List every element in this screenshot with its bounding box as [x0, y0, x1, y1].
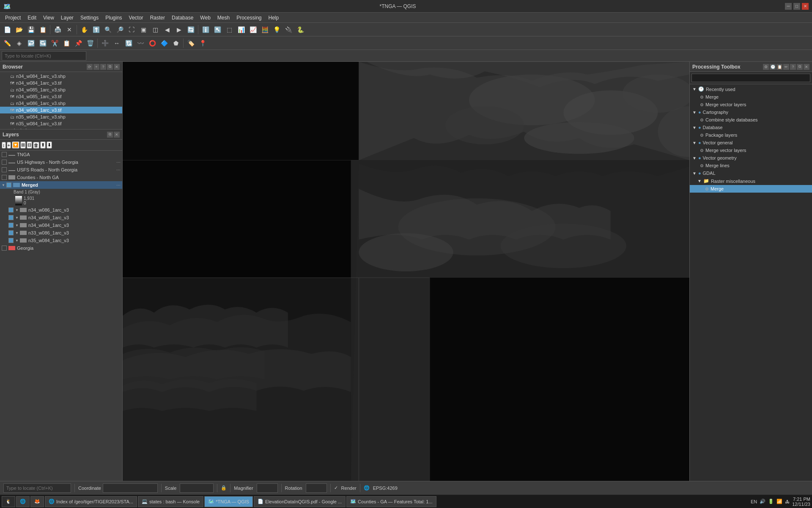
edit-node-btn[interactable]: ◈ [14, 38, 25, 49]
filter-layer-button[interactable]: 🔽 [12, 141, 19, 149]
browser-float-button[interactable]: ⧉ [107, 64, 113, 70]
taskbar-chrome-tiger[interactable]: 🌐 Index of /geo/tiger/TIGER2023/STA... [45, 496, 137, 507]
toolbox-help-button[interactable]: ? [790, 64, 796, 70]
pan-map-button[interactable]: ✋ [79, 24, 90, 35]
layer-item-n34w085[interactable]: ▼ n34_w085_1arc_v3 [0, 214, 122, 221]
zoom-next-button[interactable]: ▶ [173, 24, 184, 35]
toolbox-history-button[interactable]: 🕐 [770, 64, 776, 70]
toolbox-group-header-gdal[interactable]: ▼ ● GDAL [690, 169, 812, 177]
taskbar-firefox[interactable]: 🦊 [30, 496, 44, 507]
move-feature-btn[interactable]: ↔️ [111, 38, 122, 49]
save-project-button[interactable]: 💾 [25, 24, 36, 35]
layer-item-georgia[interactable]: Georgia [0, 244, 122, 252]
menu-raster[interactable]: Raster [147, 14, 168, 22]
menu-project[interactable]: Project [2, 14, 24, 22]
zoom-full-button[interactable]: ⛶ [126, 24, 137, 35]
plugins-btn[interactable]: 🔌 [283, 24, 294, 35]
close-project-button[interactable]: ✕ [64, 24, 75, 35]
add-part-btn[interactable]: 🔷 [159, 38, 170, 49]
layer-item-n34w084[interactable]: ▼ n34_w084_1arc_v3 [0, 221, 122, 229]
menu-settings[interactable]: Settings [77, 14, 102, 22]
browser-refresh-button[interactable]: ⟳ [87, 64, 93, 70]
toolbox-settings-button[interactable]: ⚙ [763, 64, 769, 70]
toolbox-edit-button[interactable]: ✏ [783, 64, 789, 70]
toolbox-search-input[interactable]: merge [691, 74, 810, 82]
rotation-input[interactable]: 0.0° [306, 483, 327, 493]
layer-item-usfs-roads[interactable]: USFS Roads - North Georgia ⋯ [0, 166, 122, 174]
toolbox-item-merge-vector-recent[interactable]: ⚙ Merge vector layers [690, 101, 812, 108]
add-feature-btn[interactable]: ➕ [99, 38, 110, 49]
python-button[interactable]: 🐍 [295, 24, 306, 35]
remove-layer-button[interactable]: 🗑 [33, 142, 39, 149]
taskbar-qgis[interactable]: 🗺️ *TNGA — QGIS [204, 496, 253, 507]
fill-ring-btn[interactable]: ⬟ [170, 38, 181, 49]
browser-add-button[interactable]: + [93, 64, 99, 70]
zoom-in-button[interactable]: 🔍 [102, 24, 113, 35]
paste-features-btn[interactable]: 📌 [73, 38, 84, 49]
browser-folder[interactable]: ▶ 📁 hydrology [0, 127, 122, 129]
tips-button[interactable]: 💡 [271, 24, 282, 35]
select-button[interactable]: ↖️ [212, 24, 223, 35]
layer-item-n35w084[interactable]: ▼ n35_w084_1arc_v3 [0, 237, 122, 244]
map-area[interactable] [123, 62, 689, 481]
save-as-button[interactable]: 📋 [37, 24, 48, 35]
digitize-btn[interactable]: ✏️ [2, 38, 13, 49]
layer-checkbox-highways[interactable] [2, 160, 7, 165]
undo-btn[interactable]: ↩️ [25, 38, 36, 49]
taskbar-counties[interactable]: 🗺️ Counties - GA — Features Total: 1... [346, 496, 436, 507]
statistics-button[interactable]: 📈 [247, 24, 258, 35]
toolbox-item-merge-gdal[interactable]: ⚙ Merge [690, 185, 812, 193]
toolbox-group-header-vector-geometry[interactable]: ▼ ● Vector geometry [690, 154, 812, 162]
zoom-out-button[interactable]: 🔎 [114, 24, 125, 35]
zoom-last-button[interactable]: ◀ [162, 24, 173, 35]
cut-features-btn[interactable]: ✂️ [49, 38, 60, 49]
refresh-button[interactable]: 🔄 [185, 24, 196, 35]
copy-features-btn[interactable]: 📋 [61, 38, 72, 49]
layer-checkbox-n35w084[interactable] [8, 238, 14, 243]
toolbox-item-merge-lines[interactable]: ⚙ Merge lines [690, 162, 812, 169]
toolbox-item-merge-vector[interactable]: ⚙ Merge vector layers [690, 146, 812, 154]
menu-view[interactable]: View [40, 14, 58, 22]
add-ring-btn[interactable]: ⭕ [147, 38, 158, 49]
taskbar-konsole[interactable]: 💻 states : bash — Konsole [138, 496, 203, 507]
layer-options-highways[interactable]: ⋯ [116, 160, 121, 165]
toolbox-results-button[interactable]: 📋 [776, 64, 782, 70]
menu-plugins[interactable]: Plugins [102, 14, 125, 22]
browser-item[interactable]: 🗂 n34_w086_1arc_v3.shp [0, 100, 122, 107]
label-pin-btn[interactable]: 📍 [197, 38, 208, 49]
layer-options-usfs[interactable]: ⋯ [116, 168, 121, 172]
menu-layer[interactable]: Layer [58, 14, 77, 22]
layer-item-tnga[interactable]: TNGA [0, 151, 122, 158]
layer-item-us-highways[interactable]: US Highways - North Georgia ⋯ [0, 158, 122, 166]
browser-item[interactable]: 🗂 n34_w084_1arc_v3.shp [0, 73, 122, 80]
toolbox-float-button[interactable]: ⧉ [797, 64, 803, 70]
toolbox-group-header-cartography[interactable]: ▼ ● Cartography [690, 108, 812, 116]
menu-help[interactable]: Help [265, 14, 283, 22]
browser-item[interactable]: 🗺 n34_w085_1arc_v3.tif [0, 93, 122, 100]
layer-item-n33w086[interactable]: ▼ n33_w086_1arc_v3 [0, 229, 122, 237]
browser-close-button[interactable]: ✕ [114, 64, 120, 70]
taskbar-pdf[interactable]: 📄 ElevationDataInQGIS.pdf - Google ... [254, 496, 346, 507]
toolbox-group-header-recently-used[interactable]: ▼ 🕐 Recently used [690, 85, 812, 93]
crs-label[interactable]: EPSG:4269 [373, 486, 398, 491]
locate-input[interactable] [2, 51, 86, 61]
simplify-btn[interactable]: 〰️ [135, 38, 146, 49]
pan-map-native-button[interactable]: ⬆️ [91, 24, 102, 35]
delete-features-btn[interactable]: 🗑️ [85, 38, 96, 49]
browser-item[interactable]: 🗺 n34_w084_1arc_v3.tif [0, 80, 122, 86]
layer-checkbox-merged[interactable] [6, 182, 11, 188]
browser-item[interactable]: 🗺 n35_w084_1arc_v3.tif [0, 120, 122, 127]
layer-options-merged[interactable]: ⋯ [116, 183, 121, 188]
zoom-layer-button[interactable]: ▣ [138, 24, 149, 35]
layer-item-counties[interactable]: Counties - North GA [0, 174, 122, 181]
layer-checkbox-usfs[interactable] [2, 167, 7, 172]
scale-input[interactable]: 1:892666 [180, 483, 214, 493]
layer-checkbox-georgia[interactable] [2, 246, 7, 251]
browser-help-button[interactable]: ? [100, 64, 106, 70]
redo-btn[interactable]: ↪️ [37, 38, 48, 49]
taskbar-start-button[interactable]: 🐧 [2, 496, 15, 507]
menu-processing[interactable]: Processing [233, 14, 265, 22]
move-up-button[interactable]: ⬆ [40, 141, 46, 149]
deselect-button[interactable]: ⬚ [224, 24, 235, 35]
menu-edit[interactable]: Edit [24, 14, 40, 22]
